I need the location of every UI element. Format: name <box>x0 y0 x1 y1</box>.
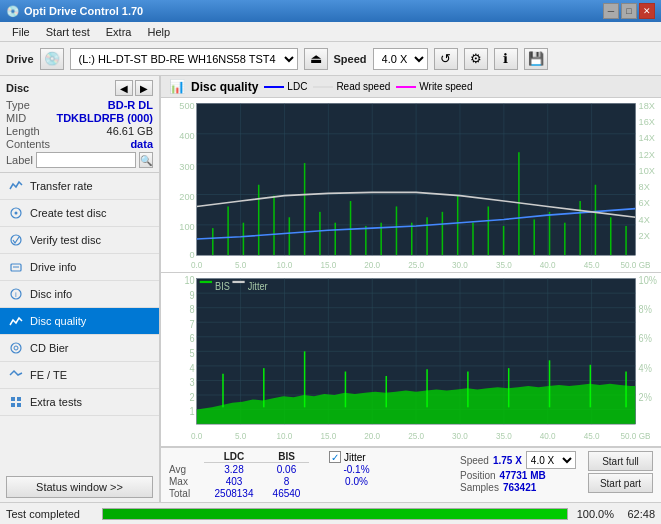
sidebar-item-disc-quality[interactable]: Disc quality <box>0 308 159 335</box>
sidebar-item-create-test-disc[interactable]: Create test disc <box>0 200 159 227</box>
settings-button[interactable]: ⚙ <box>464 48 488 70</box>
start-full-button[interactable]: Start full <box>588 451 653 471</box>
speed-select[interactable]: 4.0 X <box>373 48 428 70</box>
eject-button[interactable]: ⏏ <box>304 48 328 70</box>
svg-rect-29 <box>243 223 245 256</box>
sidebar-item-drive-info[interactable]: Drive info <box>0 254 159 281</box>
legend-write-color <box>396 86 416 88</box>
svg-text:45.0: 45.0 <box>584 260 600 270</box>
speed-val: 1.75 X <box>493 455 522 466</box>
total-bis: 46540 <box>264 488 309 499</box>
disc-length-row: Length 46.61 GB <box>6 125 153 137</box>
save-button[interactable]: 💾 <box>524 48 548 70</box>
sidebar-item-extra-tests[interactable]: Extra tests <box>0 389 159 416</box>
menu-file[interactable]: File <box>4 24 38 40</box>
position-key: Position <box>460 470 496 481</box>
top-chart: 500 400 300 200 100 0 18X 16X 14X 12X 10… <box>161 98 661 273</box>
menu-bar: File Start test Extra Help <box>0 22 661 42</box>
svg-rect-102 <box>263 368 265 407</box>
svg-rect-110 <box>590 364 592 407</box>
extra-tests-label: Extra tests <box>30 396 82 408</box>
speed-display-select[interactable]: 4.0 X <box>526 451 576 469</box>
avg-bis: 0.06 <box>264 464 309 475</box>
jitter-checkbox[interactable]: ✓ <box>329 451 341 463</box>
minimize-button[interactable]: ─ <box>603 3 619 19</box>
status-window-button[interactable]: Status window >> <box>6 476 153 498</box>
svg-point-2 <box>11 235 21 245</box>
drive-info-label: Drive info <box>30 261 76 273</box>
svg-text:5: 5 <box>190 347 195 358</box>
svg-point-8 <box>14 346 18 350</box>
stats-total-row: Total 2508134 46540 <box>169 488 452 499</box>
menu-extra[interactable]: Extra <box>98 24 140 40</box>
title-bar-left: 💿 Opti Drive Control 1.70 <box>6 5 143 18</box>
svg-text:4%: 4% <box>639 362 653 373</box>
disc-btn2[interactable]: ▶ <box>135 80 153 96</box>
main-content: Disc ◀ ▶ Type BD-R DL MID TDKBLDRFB (000… <box>0 76 661 502</box>
total-label: Total <box>169 488 204 499</box>
sidebar-item-verify-test-disc[interactable]: Verify test disc <box>0 227 159 254</box>
svg-rect-43 <box>457 196 459 256</box>
refresh-button[interactable]: ↺ <box>434 48 458 70</box>
svg-rect-103 <box>304 351 306 407</box>
svg-text:200: 200 <box>179 191 194 202</box>
svg-text:10.0: 10.0 <box>277 260 293 270</box>
svg-rect-9 <box>11 397 15 401</box>
disc-panel: Disc ◀ ▶ Type BD-R DL MID TDKBLDRFB (000… <box>0 76 159 173</box>
svg-rect-41 <box>426 217 428 255</box>
svg-text:35.0: 35.0 <box>496 260 512 270</box>
maximize-button[interactable]: □ <box>621 3 637 19</box>
disc-btn1[interactable]: ◀ <box>115 80 133 96</box>
drive-select[interactable]: (L:) HL-DT-ST BD-RE WH16NS58 TST4 <box>70 48 298 70</box>
info-button[interactable]: ℹ <box>494 48 518 70</box>
mid-value: TDKBLDRFB (000) <box>56 112 153 124</box>
title-bar-controls: ─ □ ✕ <box>603 3 655 19</box>
svg-rect-39 <box>396 206 398 255</box>
svg-rect-11 <box>11 403 15 407</box>
menu-help[interactable]: Help <box>139 24 178 40</box>
samples-val: 763421 <box>503 482 536 493</box>
fe-te-icon <box>8 367 24 383</box>
create-test-disc-icon <box>8 205 24 221</box>
legend-ldc: LDC <box>264 81 307 92</box>
svg-text:5.0: 5.0 <box>235 430 247 440</box>
close-button[interactable]: ✕ <box>639 3 655 19</box>
svg-rect-104 <box>345 371 347 407</box>
legend-read-color <box>313 86 333 88</box>
sidebar-item-cd-bier[interactable]: CD Bier <box>0 335 159 362</box>
svg-text:35.0: 35.0 <box>496 430 512 440</box>
disc-mid-row: MID TDKBLDRFB (000) <box>6 112 153 124</box>
avg-jitter: -0.1% <box>329 464 384 475</box>
cd-bier-icon <box>8 340 24 356</box>
sidebar-item-fe-te[interactable]: FE / TE <box>0 362 159 389</box>
contents-label: Contents <box>6 138 50 150</box>
charts-container: 500 400 300 200 100 0 18X 16X 14X 12X 10… <box>161 98 661 447</box>
stats-ldc-header: LDC <box>204 451 264 463</box>
sidebar-item-disc-info[interactable]: i Disc info <box>0 281 159 308</box>
svg-text:30.0: 30.0 <box>452 260 468 270</box>
total-ldc: 2508134 <box>204 488 264 499</box>
jitter-checkbox-area[interactable]: ✓ Jitter <box>329 451 384 463</box>
chart-area: 📊 Disc quality LDC Read speed Write spee… <box>160 76 661 502</box>
label-btn[interactable]: 🔍 <box>139 152 153 168</box>
max-jitter: 0.0% <box>329 476 384 487</box>
drive-icon-btn[interactable]: 💿 <box>40 48 64 70</box>
svg-rect-108 <box>508 368 510 407</box>
svg-text:12X: 12X <box>639 148 656 159</box>
disc-header: Disc ◀ ▶ <box>6 80 153 96</box>
app-icon: 💿 <box>6 5 20 18</box>
menu-start-test[interactable]: Start test <box>38 24 98 40</box>
svg-text:10X: 10X <box>639 165 656 176</box>
progress-bar-area: Test completed 100.0% 62:48 <box>0 502 661 524</box>
svg-text:4: 4 <box>190 362 196 373</box>
start-part-button[interactable]: Start part <box>588 473 653 493</box>
drive-info-icon <box>8 259 24 275</box>
length-value: 46.61 GB <box>107 125 153 137</box>
stats-max-row: Max 403 8 0.0% <box>169 476 452 487</box>
disc-quality-icon <box>8 313 24 329</box>
svg-text:10.0: 10.0 <box>277 430 293 440</box>
label-input[interactable] <box>36 152 136 168</box>
type-label: Type <box>6 99 30 111</box>
sidebar-item-transfer-rate[interactable]: Transfer rate <box>0 173 159 200</box>
svg-text:400: 400 <box>179 130 194 141</box>
